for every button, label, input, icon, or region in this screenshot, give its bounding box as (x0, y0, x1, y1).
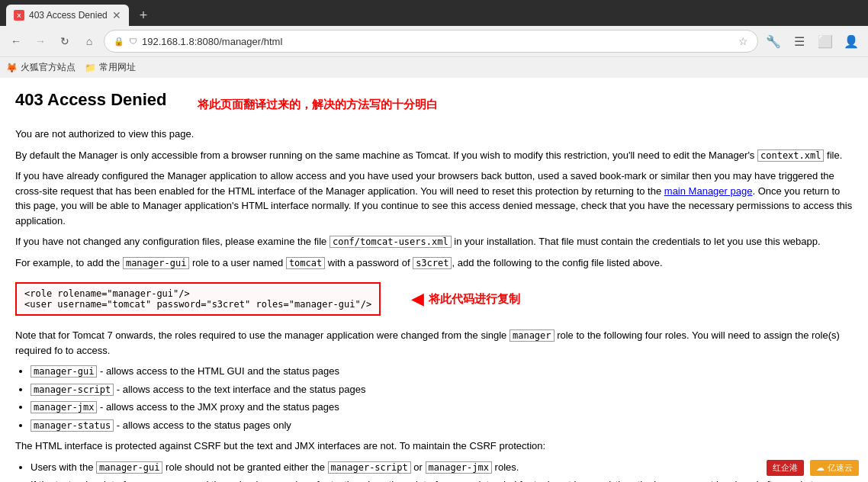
csrf-item-1: Users with the manager-gui role should n… (31, 460, 853, 475)
bottom-watermarks: 红企港 ☁ 亿速云 (767, 460, 859, 476)
csrf-manager-script: manager-script (328, 461, 411, 474)
extensions-button[interactable]: 🔧 (763, 31, 784, 52)
roles-list: manager-gui - allows access to the HTML … (31, 364, 853, 432)
role-script-code: manager-script (31, 384, 114, 396)
code-block: <role rolename="manager-gui"/> <user use… (15, 282, 381, 316)
tomcat-users-ref: conf/tomcat-users.xml (330, 236, 452, 248)
bookmark-label-common: 常用网址 (99, 61, 136, 74)
csrf-list: Users with the manager-gui role should n… (31, 460, 853, 483)
para-3: If you have already configured the Manag… (15, 169, 853, 228)
fullscreen-button[interactable]: ⬜ (815, 31, 836, 52)
menu-button[interactable]: 👤 (841, 31, 862, 52)
role-item-gui: manager-gui - allows access to the HTML … (31, 364, 853, 379)
role-item-script: manager-script - allows access to the te… (31, 382, 853, 397)
address-bar[interactable]: 🔒 🛡 192.168.1.8:8080/manager/html ☆ (104, 30, 758, 53)
bookmark-official[interactable]: 🦊 火狐官方站点 (6, 61, 76, 74)
role-jmx-code: manager-jmx (31, 401, 97, 413)
top-annotation: 将此页面翻译过来的，解决的方法写的十分明白 (198, 98, 438, 112)
bookmark-icon-firefox: 🦊 (6, 63, 18, 73)
bookmark-common[interactable]: 📁 常用网址 (85, 61, 136, 74)
code-line-2: <user username="tomcat" password="s3cret… (24, 299, 371, 310)
home-button[interactable]: ⌂ (79, 31, 99, 51)
para-4: If you have not changed any configuratio… (15, 234, 853, 249)
shield-icon: 🛡 (129, 37, 137, 46)
csrf-manager-gui: manager-gui (96, 461, 162, 474)
forward-button[interactable]: → (31, 31, 50, 51)
watermark-2-icon: ☁ (816, 463, 825, 473)
address-actions: ☆ (738, 35, 748, 47)
manager-role-ref: manager (510, 329, 555, 342)
bookmarks-bar: 🦊 火狐官方站点 📁 常用网址 (0, 56, 868, 78)
reload-button[interactable]: ↻ (55, 31, 75, 51)
bookmark-label-official: 火狐官方站点 (21, 61, 76, 74)
bookmark-star[interactable]: ☆ (738, 35, 748, 47)
para-5: For example, to add the manager-gui role… (15, 255, 853, 271)
sidebar-button[interactable]: ☰ (789, 31, 810, 52)
title-row: 403 Access Denied 将此页面翻译过来的，解决的方法写的十分明白 (15, 90, 853, 119)
para-1: You are not authorized to view this page… (15, 127, 853, 142)
tab-bar: X 403 Access Denied ✕ + (0, 0, 868, 26)
role-gui-code: manager-gui (31, 365, 97, 378)
security-icon: 🔒 (114, 37, 124, 47)
role-item-status: manager-status - allows access to the st… (31, 418, 853, 433)
url-text: 192.168.1.8:8080/manager/html (142, 36, 734, 47)
new-tab-button[interactable]: + (135, 8, 153, 24)
tab-favicon: X (14, 10, 24, 21)
tomcat-user-ref: tomcat (286, 257, 325, 269)
code-wrapper: <role rolename="manager-gui"/> <user use… (15, 276, 853, 322)
code-annotation-text: 将此代码进行复制 (429, 292, 520, 307)
s3cret-ref: s3cret (413, 257, 452, 269)
code-arrow-icon: ◀ (411, 289, 424, 309)
code-annotation-container: ◀ 将此代码进行复制 (411, 289, 520, 309)
tab-close-button[interactable]: ✕ (112, 10, 121, 21)
role-item-jmx: manager-jmx - allows access to the JMX p… (31, 400, 853, 415)
page-title: 403 Access Denied (15, 90, 167, 110)
code-line-1: <role rolename="manager-gui"/> (24, 288, 371, 299)
para-2: By default the Manager is only accessibl… (15, 148, 853, 163)
role-status-code: manager-status (31, 419, 114, 432)
csrf-manager-jmx: manager-jmx (426, 461, 492, 474)
page-content: 403 Access Denied 将此页面翻译过来的，解决的方法写的十分明白 … (0, 78, 868, 482)
watermark-1: 红企港 (767, 460, 804, 476)
browser-chrome: X 403 Access Denied ✕ + ← → ↻ ⌂ 🔒 🛡 192.… (0, 0, 868, 78)
nav-right-buttons: 🔧 ☰ ⬜ 👤 (763, 31, 862, 52)
bookmark-icon-folder: 📁 (85, 63, 96, 73)
main-manager-link[interactable]: main Manager page (664, 185, 753, 197)
tab-title: 403 Access Denied (29, 10, 108, 21)
manager-gui-ref-1: manager-gui (123, 257, 189, 269)
nav-bar: ← → ↻ ⌂ 🔒 🛡 192.168.1.8:8080/manager/htm… (0, 26, 868, 56)
context-xml-ref: context.xml (757, 149, 824, 162)
para-after-code: Note that for Tomcat 7 onwards, the role… (15, 328, 853, 358)
watermark-2-text: 亿速云 (828, 462, 853, 474)
csrf-para: The HTML interface is protected against … (15, 439, 853, 454)
active-tab[interactable]: X 403 Access Denied ✕ (6, 5, 129, 26)
watermark-2: ☁ 亿速云 (810, 460, 859, 476)
csrf-item-2: If the text or jmx interfaces are access… (31, 477, 853, 482)
back-button[interactable]: ← (6, 31, 26, 51)
